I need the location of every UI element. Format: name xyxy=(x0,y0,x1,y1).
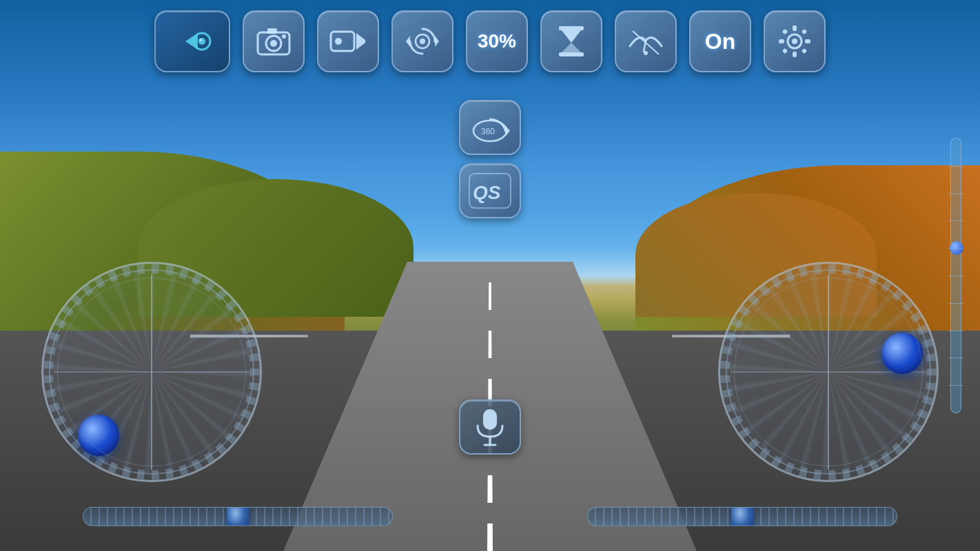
svg-rect-24 xyxy=(779,39,784,43)
svg-rect-35 xyxy=(483,409,497,430)
right-film-strip xyxy=(720,264,937,480)
360-icon: 360 xyxy=(466,107,514,148)
svg-rect-27 xyxy=(802,29,807,34)
tick xyxy=(948,248,963,249)
app-container: 30% On xyxy=(0,0,980,551)
left-film-strip xyxy=(43,264,260,480)
left-joystick-vline xyxy=(151,274,152,470)
tick xyxy=(948,194,963,194)
svg-marker-10 xyxy=(356,33,365,50)
tick xyxy=(948,276,963,276)
left-joystick-hline xyxy=(54,371,249,373)
on-label: On xyxy=(705,29,735,54)
tick xyxy=(948,166,963,167)
svg-rect-22 xyxy=(793,25,797,31)
tick xyxy=(948,331,963,331)
vertical-slider-track xyxy=(950,138,961,413)
svg-rect-7 xyxy=(267,28,277,34)
svg-point-2 xyxy=(198,38,205,45)
svg-marker-31 xyxy=(505,125,510,136)
bird-icon xyxy=(626,25,666,57)
svg-point-11 xyxy=(335,38,342,45)
hourglass-icon xyxy=(553,23,589,59)
svg-rect-17 xyxy=(559,52,584,56)
percent-value: 30% xyxy=(478,30,516,52)
qs-button[interactable]: QS xyxy=(459,163,521,218)
settings-button[interactable] xyxy=(764,10,826,72)
eye-view-button[interactable] xyxy=(154,10,230,72)
tick xyxy=(948,220,963,221)
left-joystick-ball[interactable] xyxy=(78,415,119,456)
eye-icon xyxy=(172,28,213,55)
svg-rect-9 xyxy=(331,32,354,51)
right-joystick-vline xyxy=(828,274,829,470)
svg-point-21 xyxy=(792,39,797,44)
video-button[interactable] xyxy=(317,10,379,72)
right-horizontal-slider[interactable] xyxy=(587,499,897,534)
percent-button[interactable]: 30% xyxy=(466,10,528,72)
camera-icon xyxy=(255,25,292,57)
left-joystick[interactable] xyxy=(41,262,262,482)
svg-marker-12 xyxy=(435,36,439,47)
right-joystick[interactable] xyxy=(718,262,939,482)
svg-point-6 xyxy=(270,40,277,47)
microphone-button[interactable] xyxy=(459,399,521,455)
svg-text:QS: QS xyxy=(473,182,501,203)
tick xyxy=(948,303,963,304)
tick xyxy=(948,385,963,386)
svg-rect-16 xyxy=(559,26,584,30)
left-horizontal-slider[interactable] xyxy=(83,499,393,534)
left-slider-track xyxy=(83,507,393,526)
mic-icon xyxy=(473,408,507,446)
svg-line-19 xyxy=(633,31,659,54)
vertical-slider[interactable] xyxy=(946,138,966,413)
svg-rect-23 xyxy=(793,52,797,57)
360-button[interactable]: 360 xyxy=(459,100,521,155)
svg-point-18 xyxy=(644,51,648,55)
svg-marker-13 xyxy=(406,36,410,47)
right-joystick-ball[interactable] xyxy=(881,333,923,374)
bird-button[interactable] xyxy=(615,10,677,72)
hourglass-button[interactable] xyxy=(540,10,602,72)
svg-rect-26 xyxy=(782,29,788,34)
settings-icon xyxy=(776,23,813,60)
svg-point-3 xyxy=(199,39,202,41)
right-joystick-hline xyxy=(731,371,926,373)
qs-icon: QS xyxy=(466,170,514,211)
rotate-button[interactable] xyxy=(391,10,453,72)
video-icon xyxy=(329,26,367,56)
right-joystick-ring xyxy=(718,262,939,482)
center-buttons: 360 QS xyxy=(459,100,521,218)
left-joystick-ring xyxy=(41,262,262,482)
svg-rect-29 xyxy=(802,48,807,54)
left-slider-knob[interactable] xyxy=(227,507,249,526)
tick xyxy=(948,357,963,358)
right-slider-knob[interactable] xyxy=(731,507,753,526)
svg-rect-25 xyxy=(805,39,810,43)
rotate-icon xyxy=(405,23,440,59)
right-slider-track xyxy=(587,507,897,526)
camera-button[interactable] xyxy=(243,10,305,72)
svg-text:360: 360 xyxy=(481,127,495,136)
svg-rect-28 xyxy=(782,48,788,54)
svg-point-15 xyxy=(420,39,425,44)
toolbar: 30% On xyxy=(0,10,980,72)
svg-point-8 xyxy=(282,34,286,39)
on-off-button[interactable]: On xyxy=(689,10,751,72)
